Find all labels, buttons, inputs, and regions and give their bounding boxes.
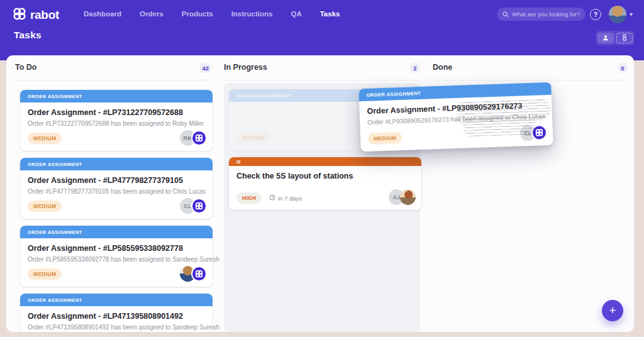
assignee-avatars: CL [180, 198, 207, 214]
due-date: in 7 days [269, 194, 302, 202]
card-category-header: ORDER ASSIGNMENT [20, 226, 213, 238]
user-avatar[interactable] [609, 6, 626, 23]
assignee-avatars [180, 266, 207, 282]
card-tag: ORDER ASSIGNMENT [28, 94, 82, 99]
card-title: Order Assignment - #LP471395808901492 [28, 312, 205, 321]
help-button[interactable]: ? [590, 9, 601, 20]
card-category-header: ORDER ASSIGNMENT [20, 294, 213, 306]
search-icon [502, 9, 509, 20]
nav-item-qa[interactable]: QA [291, 10, 301, 18]
task-card[interactable]: IE Check the 5S layout of stations HIGH … [229, 157, 421, 210]
column-count-badge: 0 [618, 63, 628, 73]
view-toggle-group [596, 31, 635, 45]
column-header-inprogress: In Progress 2 [224, 63, 420, 80]
card-tag: ORDER ASSIGNMENT [28, 162, 82, 167]
user-icon [602, 33, 609, 43]
user-group-icon [621, 33, 628, 43]
add-task-button[interactable]: + [602, 300, 623, 321]
task-card[interactable]: ORDER ASSIGNMENT Order Assignment - #LP5… [20, 226, 213, 287]
app-header: rabot Dashboard Orders Products Instruct… [0, 0, 644, 60]
card-tag: ORDER ASSIGNMENT [28, 297, 82, 303]
priority-badge: MEDIUM [28, 133, 62, 144]
column-count-badge: 42 [199, 63, 211, 73]
priority-badge: MEDIUM [28, 268, 62, 280]
card-tag: IE [236, 160, 241, 164]
card-category-header: IE [229, 157, 421, 166]
column-title: In Progress [224, 63, 267, 72]
clock-icon [269, 194, 275, 202]
page-title: Tasks [14, 30, 42, 41]
main-nav: Dashboard Orders Products Instructions Q… [84, 0, 340, 28]
nav-item-orders[interactable]: Orders [140, 10, 164, 18]
brand-name: rabot [30, 8, 59, 22]
column-count-badge: 2 [410, 63, 420, 73]
rabot-bot-avatar [191, 130, 207, 146]
brand-logo[interactable]: rabot [13, 7, 59, 23]
card-category-header: ORDER ASSIGNMENT [20, 158, 213, 170]
assignee-avatars: CL [520, 124, 548, 141]
assignee-avatars: AJ [389, 189, 416, 205]
plus-icon: + [609, 304, 616, 318]
search-bar[interactable] [497, 8, 586, 21]
priority-badge: MEDIUM [236, 132, 270, 143]
nav-item-instructions[interactable]: Instructions [231, 10, 273, 18]
card-category-header: ORDER ASSIGNMENT [20, 90, 213, 102]
rabot-bot-avatar [531, 124, 548, 141]
task-card[interactable]: ORDER ASSIGNMENT Order Assignment - #LP4… [20, 294, 213, 332]
card-tag: ORDER ASSIGNMENT [236, 93, 291, 99]
column-header-done: Done 0 [433, 63, 628, 80]
card-title: Order Assignment - #LP477798277379105 [28, 176, 205, 185]
search-input[interactable] [512, 11, 580, 18]
card-tag: ORDER ASSIGNMENT [367, 90, 421, 97]
card-description: Order #LP731227709572688 has been assign… [28, 120, 205, 127]
priority-badge: HIGH [236, 192, 262, 204]
assignee-avatars: RM [180, 130, 207, 146]
card-tag: ORDER ASSIGNMENT [28, 229, 82, 235]
rabot-bot-avatar [191, 198, 207, 214]
question-icon: ? [594, 11, 597, 18]
user-view-button[interactable] [597, 33, 614, 43]
card-title: Order Assignment - #LP731227709572688 [28, 108, 205, 117]
column-header-todo: To Do 42 [15, 63, 211, 80]
column-title: Done [433, 63, 452, 72]
dragged-task-card[interactable]: ORDER ASSIGNMENT Order Assignment - #LP9… [358, 82, 553, 152]
column-title: To Do [15, 63, 36, 72]
nav-item-tasks[interactable]: Tasks [320, 10, 340, 18]
priority-badge: MEDIUM [28, 201, 62, 212]
card-description: Order #LP471395808901492 has been assign… [28, 324, 205, 331]
nav-item-products[interactable]: Products [182, 10, 213, 18]
task-board: To Do 42 In Progress 2 Done 0 ORDER ASSI… [6, 55, 634, 332]
card-description: Order #LP477798277379105 has been assign… [28, 188, 205, 195]
nav-item-dashboard[interactable]: Dashboard [84, 10, 121, 18]
task-card[interactable]: ORDER ASSIGNMENT Order Assignment - #LP4… [20, 158, 213, 219]
rabot-bot-avatar [191, 266, 207, 282]
task-card[interactable]: ORDER ASSIGNMENT Order Assignment - #LP7… [20, 90, 213, 151]
avatar-photo [400, 189, 416, 205]
rabot-logo-icon [13, 7, 26, 23]
priority-badge: MEDIUM [368, 132, 402, 145]
card-title: Check the 5S layout of stations [236, 172, 414, 180]
card-description: Order #LP585595338092778 has been assign… [28, 256, 205, 263]
chevron-down-icon[interactable]: ▾ [630, 11, 633, 18]
group-view-button[interactable] [616, 33, 633, 43]
card-title: Order Assignment - #LP585595338092778 [28, 244, 205, 253]
due-date-text: in 7 days [278, 195, 302, 202]
